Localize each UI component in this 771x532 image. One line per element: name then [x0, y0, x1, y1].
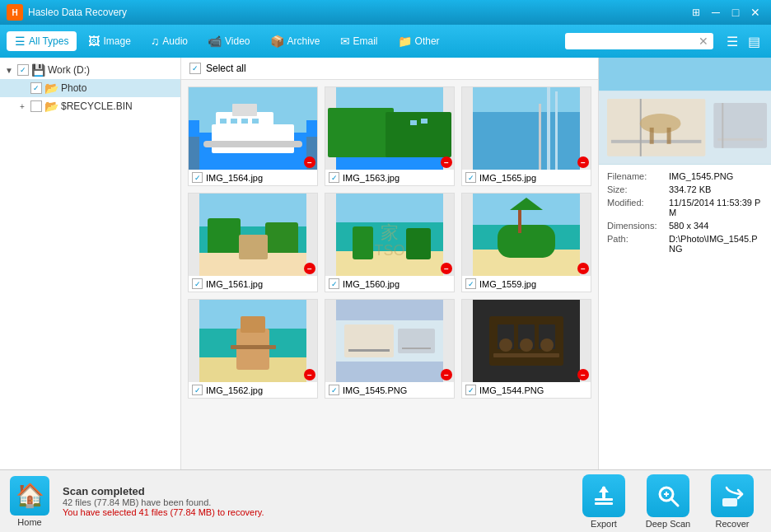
- statusbar: 🏠 Home Scan completed 42 files (77.84 MB…: [0, 469, 771, 532]
- delete-badge-1559: −: [577, 263, 589, 274]
- thumb-img1545: −: [325, 300, 454, 382]
- tab-email[interactable]: ✉ Email: [332, 31, 386, 51]
- grid-cb-img1559[interactable]: ✓: [465, 278, 476, 289]
- window-controls: ⊞ ─ □ ✕: [687, 3, 764, 21]
- tab-archive-label: Archive: [287, 35, 320, 47]
- grid-item-img1565[interactable]: − ✓ IMG_1565.jpg: [461, 86, 591, 186]
- sidebar-item-recycle[interactable]: + 📂 $RECYCLE.BIN: [0, 97, 180, 115]
- grid-icon[interactable]: ⊞: [687, 3, 705, 21]
- meta-size-key: Size:: [607, 184, 669, 194]
- filename-img1545: IMG_1545.PNG: [343, 385, 407, 395]
- search-box[interactable]: ✕: [565, 33, 713, 49]
- export-button[interactable]: Export: [575, 474, 633, 529]
- tab-archive[interactable]: 📦 Archive: [262, 31, 329, 51]
- expand-icon-recycle: +: [16, 102, 28, 111]
- svg-rect-14: [410, 120, 417, 125]
- svg-text:家: 家: [381, 222, 399, 243]
- image-icon: 🖼: [88, 35, 100, 48]
- svg-rect-7: [231, 119, 237, 124]
- tab-image[interactable]: 🖼 Image: [80, 31, 138, 51]
- filename-img1564: IMG_1564.jpg: [206, 173, 263, 183]
- delete-badge-1545: −: [441, 369, 452, 380]
- delete-badge-1561: −: [304, 263, 315, 274]
- search-clear-icon[interactable]: ✕: [699, 35, 708, 48]
- sidebar-label-recycle: $RECYCLE.BIN: [61, 100, 133, 112]
- grid-cb-img1563[interactable]: ✓: [329, 172, 339, 183]
- close-button[interactable]: ✕: [746, 3, 764, 21]
- tree-checkbox-recycle[interactable]: [30, 100, 42, 112]
- tab-audio[interactable]: ♫ Audio: [143, 31, 196, 51]
- grid-item-img1544[interactable]: − ✓ IMG_1544.PNG: [461, 299, 591, 399]
- detail-view-button[interactable]: ▤: [743, 30, 764, 52]
- home-label: Home: [17, 517, 41, 527]
- preview-image: [599, 58, 771, 165]
- grid-item-img1563[interactable]: − ✓ IMG_1563.jpg: [325, 86, 455, 186]
- meta-size-row: Size: 334.72 KB: [607, 184, 763, 194]
- tab-all-types-label: All Types: [29, 35, 68, 47]
- sidebar-item-work-d[interactable]: ▼ ✓ 💾 Work (D:): [0, 61, 180, 79]
- files-found: 42 files (77.84 MB) have been found.: [63, 497, 575, 507]
- svg-point-58: [499, 338, 512, 352]
- grid-label-img1560: ✓ IMG_1560.jpg: [325, 276, 454, 292]
- svg-rect-51: [402, 348, 431, 349]
- svg-point-59: [520, 338, 533, 352]
- minimize-button[interactable]: ─: [707, 3, 725, 21]
- maximize-button[interactable]: □: [727, 3, 745, 21]
- export-icon: [582, 474, 625, 517]
- tab-image-label: Image: [103, 35, 130, 47]
- selection-warning: You have selected 41 files (77.84 MB) to…: [63, 507, 575, 517]
- tab-email-label: Email: [353, 35, 378, 47]
- grid-cb-img1560[interactable]: ✓: [329, 278, 339, 289]
- grid-cb-img1562[interactable]: ✓: [192, 385, 203, 395]
- svg-rect-26: [239, 235, 268, 259]
- grid-cb-img1545[interactable]: ✓: [329, 385, 339, 395]
- list-view-button[interactable]: ☰: [722, 30, 743, 52]
- audio-icon: ♫: [151, 35, 160, 48]
- home-button[interactable]: 🏠 Home: [10, 476, 49, 527]
- sidebar-label-work-d: Work (D:): [48, 64, 90, 76]
- grid-item-img1545[interactable]: − ✓ IMG_1545.PNG: [325, 299, 455, 399]
- grid-item-img1559[interactable]: − ✓ IMG_1559.jpg: [461, 193, 591, 292]
- grid-cb-img1544[interactable]: ✓: [465, 385, 476, 395]
- titlebar: H Hasleo Data Recovery ⊞ ─ □ ✕: [0, 0, 771, 25]
- thumb-img1562: −: [189, 300, 317, 382]
- svg-rect-12: [328, 108, 394, 157]
- thumb-img1563: −: [325, 87, 454, 170]
- grid-item-img1560[interactable]: 家 TSO − ✓ IMG_1560.jpg: [325, 193, 455, 292]
- svg-rect-68: [722, 103, 723, 148]
- svg-rect-48: [344, 324, 394, 357]
- select-all-checkbox[interactable]: ✓: [189, 63, 201, 74]
- grid-cb-img1564[interactable]: ✓: [192, 172, 203, 183]
- grid-cb-img1561[interactable]: ✓: [192, 278, 203, 289]
- video-icon: 📹: [208, 35, 222, 48]
- sidebar-item-photo[interactable]: ✓ 📂 Photo: [0, 79, 180, 97]
- content-header: ✓ Select all: [181, 58, 598, 80]
- tab-other[interactable]: 📁 Other: [390, 31, 448, 51]
- recover-button[interactable]: Recover: [703, 474, 761, 529]
- svg-rect-19: [555, 91, 558, 170]
- recycle-icon: 📂: [44, 100, 58, 113]
- grid-item-img1562[interactable]: − ✓ IMG_1562.jpg: [188, 299, 318, 399]
- grid-item-img1561[interactable]: − ✓ IMG_1561.jpg: [188, 193, 318, 292]
- svg-text:TSO: TSO: [374, 242, 404, 259]
- archive-icon: 📦: [270, 35, 284, 48]
- tab-video[interactable]: 📹 Video: [199, 31, 258, 51]
- svg-rect-30: [353, 226, 373, 259]
- home-icon: 🏠: [10, 476, 49, 516]
- grid-item-img1564[interactable]: − ✓ IMG_1564.jpg: [188, 86, 318, 186]
- sidebar-label-photo: Photo: [61, 82, 86, 94]
- deep-scan-button[interactable]: Deep Scan: [639, 474, 697, 529]
- tab-all-types[interactable]: ☰ All Types: [7, 31, 77, 51]
- tree-checkbox-photo[interactable]: ✓: [30, 82, 42, 94]
- all-types-icon: ☰: [15, 35, 26, 48]
- email-icon: ✉: [340, 35, 350, 48]
- expand-icon: ▼: [3, 66, 15, 75]
- svg-rect-15: [421, 119, 428, 124]
- tree-checkbox-work-d[interactable]: ✓: [17, 64, 29, 76]
- svg-rect-71: [667, 128, 671, 144]
- svg-rect-20: [539, 104, 541, 170]
- search-input[interactable]: [570, 35, 699, 47]
- grid-cb-img1565[interactable]: ✓: [465, 172, 476, 183]
- grid-label-img1561: ✓ IMG_1561.jpg: [189, 276, 317, 292]
- thumb-img1564: −: [189, 87, 317, 170]
